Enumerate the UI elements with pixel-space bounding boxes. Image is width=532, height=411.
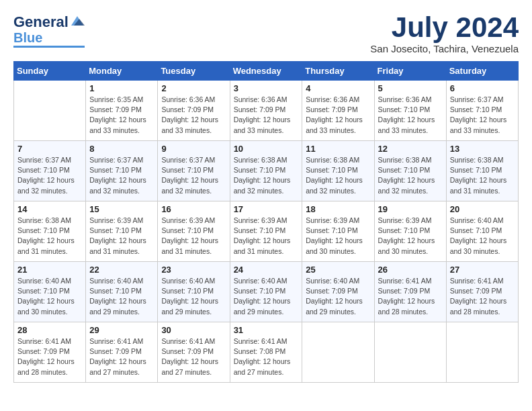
day-number: 24 (234, 265, 299, 275)
calendar-week-row: 7Sunrise: 6:37 AM Sunset: 7:10 PM Daylig… (14, 141, 519, 201)
calendar-cell (374, 322, 446, 383)
day-info: Sunrise: 6:41 AM Sunset: 7:09 PM Dayligh… (161, 336, 226, 377)
logo-text-blue: Blue (13, 31, 42, 44)
calendar-week-row: 21Sunrise: 6:40 AM Sunset: 7:10 PM Dayli… (14, 262, 519, 322)
day-info: Sunrise: 6:36 AM Sunset: 7:09 PM Dayligh… (161, 95, 226, 136)
calendar-cell (14, 81, 86, 141)
calendar-cell: 20Sunrise: 6:40 AM Sunset: 7:10 PM Dayli… (446, 201, 518, 262)
day-info: Sunrise: 6:40 AM Sunset: 7:09 PM Dayligh… (306, 276, 370, 317)
logo: General Blue (13, 13, 85, 48)
calendar-cell: 6Sunrise: 6:37 AM Sunset: 7:10 PM Daylig… (446, 81, 518, 141)
header-thursday: Thursday (302, 62, 374, 81)
day-number: 12 (378, 144, 443, 154)
day-info: Sunrise: 6:36 AM Sunset: 7:09 PM Dayligh… (306, 95, 370, 136)
day-number: 13 (450, 144, 515, 154)
day-info: Sunrise: 6:40 AM Sunset: 7:10 PM Dayligh… (89, 276, 154, 317)
calendar-header-row: Sunday Monday Tuesday Wednesday Thursday… (14, 62, 519, 81)
day-number: 22 (89, 265, 154, 275)
day-info: Sunrise: 6:38 AM Sunset: 7:10 PM Dayligh… (450, 155, 515, 196)
day-number: 9 (161, 144, 226, 154)
day-number: 29 (89, 325, 154, 335)
day-number: 6 (450, 83, 515, 93)
calendar-cell: 26Sunrise: 6:41 AM Sunset: 7:09 PM Dayli… (374, 262, 446, 322)
header-tuesday: Tuesday (158, 62, 230, 81)
day-info: Sunrise: 6:39 AM Sunset: 7:10 PM Dayligh… (234, 216, 299, 257)
day-info: Sunrise: 6:37 AM Sunset: 7:10 PM Dayligh… (450, 95, 515, 136)
day-info: Sunrise: 6:39 AM Sunset: 7:10 PM Dayligh… (378, 216, 443, 257)
header-wednesday: Wednesday (230, 62, 302, 81)
day-info: Sunrise: 6:41 AM Sunset: 7:09 PM Dayligh… (17, 336, 82, 377)
day-info: Sunrise: 6:39 AM Sunset: 7:10 PM Dayligh… (89, 216, 154, 257)
logo-icon (70, 13, 85, 28)
calendar-cell: 10Sunrise: 6:38 AM Sunset: 7:10 PM Dayli… (230, 141, 302, 201)
header-sunday: Sunday (14, 62, 86, 81)
location: San Josecito, Tachira, Venezuela (370, 43, 519, 54)
day-info: Sunrise: 6:38 AM Sunset: 7:10 PM Dayligh… (378, 155, 443, 196)
calendar-cell: 16Sunrise: 6:39 AM Sunset: 7:10 PM Dayli… (158, 201, 230, 262)
day-info: Sunrise: 6:41 AM Sunset: 7:09 PM Dayligh… (378, 276, 443, 317)
day-info: Sunrise: 6:35 AM Sunset: 7:09 PM Dayligh… (89, 95, 154, 136)
day-number: 26 (378, 265, 443, 275)
day-number: 27 (450, 265, 515, 275)
header-saturday: Saturday (446, 62, 518, 81)
day-info: Sunrise: 6:40 AM Sunset: 7:10 PM Dayligh… (161, 276, 226, 317)
calendar-cell: 21Sunrise: 6:40 AM Sunset: 7:10 PM Dayli… (14, 262, 86, 322)
day-info: Sunrise: 6:40 AM Sunset: 7:10 PM Dayligh… (234, 276, 299, 317)
day-info: Sunrise: 6:36 AM Sunset: 7:09 PM Dayligh… (234, 95, 299, 136)
calendar-cell: 24Sunrise: 6:40 AM Sunset: 7:10 PM Dayli… (230, 262, 302, 322)
day-number: 11 (306, 144, 370, 154)
header-friday: Friday (374, 62, 446, 81)
calendar-cell (446, 322, 518, 383)
calendar-cell: 1Sunrise: 6:35 AM Sunset: 7:09 PM Daylig… (86, 81, 158, 141)
title-block: July 2024 San Josecito, Tachira, Venezue… (370, 13, 519, 54)
day-number: 23 (161, 265, 226, 275)
calendar-cell: 25Sunrise: 6:40 AM Sunset: 7:09 PM Dayli… (302, 262, 374, 322)
day-number: 10 (234, 144, 299, 154)
day-info: Sunrise: 6:37 AM Sunset: 7:10 PM Dayligh… (17, 155, 82, 196)
day-number: 31 (234, 325, 299, 335)
day-number: 1 (89, 83, 154, 93)
day-info: Sunrise: 6:41 AM Sunset: 7:09 PM Dayligh… (450, 276, 515, 317)
calendar-cell: 12Sunrise: 6:38 AM Sunset: 7:10 PM Dayli… (374, 141, 446, 201)
calendar-cell: 7Sunrise: 6:37 AM Sunset: 7:10 PM Daylig… (14, 141, 86, 201)
calendar-cell (302, 322, 374, 383)
day-number: 19 (378, 204, 443, 214)
calendar-cell: 22Sunrise: 6:40 AM Sunset: 7:10 PM Dayli… (86, 262, 158, 322)
day-number: 2 (161, 83, 226, 93)
day-number: 28 (17, 325, 82, 335)
day-info: Sunrise: 6:38 AM Sunset: 7:10 PM Dayligh… (17, 216, 82, 257)
day-number: 14 (17, 204, 82, 214)
calendar-cell: 15Sunrise: 6:39 AM Sunset: 7:10 PM Dayli… (86, 201, 158, 262)
day-number: 7 (17, 144, 82, 154)
day-info: Sunrise: 6:39 AM Sunset: 7:10 PM Dayligh… (306, 216, 370, 257)
calendar-cell: 17Sunrise: 6:39 AM Sunset: 7:10 PM Dayli… (230, 201, 302, 262)
calendar-cell: 23Sunrise: 6:40 AM Sunset: 7:10 PM Dayli… (158, 262, 230, 322)
calendar-cell: 29Sunrise: 6:41 AM Sunset: 7:09 PM Dayli… (86, 322, 158, 383)
calendar-cell: 9Sunrise: 6:37 AM Sunset: 7:10 PM Daylig… (158, 141, 230, 201)
day-number: 18 (306, 204, 370, 214)
day-info: Sunrise: 6:41 AM Sunset: 7:09 PM Dayligh… (89, 336, 154, 377)
calendar-cell: 13Sunrise: 6:38 AM Sunset: 7:10 PM Dayli… (446, 141, 518, 201)
calendar-cell: 31Sunrise: 6:41 AM Sunset: 7:08 PM Dayli… (230, 322, 302, 383)
day-number: 8 (89, 144, 154, 154)
day-info: Sunrise: 6:40 AM Sunset: 7:10 PM Dayligh… (17, 276, 82, 317)
logo-text-general: General (13, 15, 69, 30)
day-info: Sunrise: 6:37 AM Sunset: 7:10 PM Dayligh… (161, 155, 226, 196)
calendar-cell: 8Sunrise: 6:37 AM Sunset: 7:10 PM Daylig… (86, 141, 158, 201)
calendar-cell: 5Sunrise: 6:36 AM Sunset: 7:10 PM Daylig… (374, 81, 446, 141)
calendar-week-row: 28Sunrise: 6:41 AM Sunset: 7:09 PM Dayli… (14, 322, 519, 383)
day-info: Sunrise: 6:40 AM Sunset: 7:10 PM Dayligh… (450, 216, 515, 257)
calendar-week-row: 1Sunrise: 6:35 AM Sunset: 7:09 PM Daylig… (14, 81, 519, 141)
day-number: 4 (306, 83, 370, 93)
day-info: Sunrise: 6:38 AM Sunset: 7:10 PM Dayligh… (306, 155, 370, 196)
day-info: Sunrise: 6:41 AM Sunset: 7:08 PM Dayligh… (234, 336, 299, 377)
day-info: Sunrise: 6:36 AM Sunset: 7:10 PM Dayligh… (378, 95, 443, 136)
calendar-cell: 30Sunrise: 6:41 AM Sunset: 7:09 PM Dayli… (158, 322, 230, 383)
calendar-week-row: 14Sunrise: 6:38 AM Sunset: 7:10 PM Dayli… (14, 201, 519, 262)
calendar-cell: 27Sunrise: 6:41 AM Sunset: 7:09 PM Dayli… (446, 262, 518, 322)
day-number: 21 (17, 265, 82, 275)
calendar-cell: 11Sunrise: 6:38 AM Sunset: 7:10 PM Dayli… (302, 141, 374, 201)
logo-underline (13, 46, 85, 48)
day-number: 25 (306, 265, 370, 275)
day-info: Sunrise: 6:39 AM Sunset: 7:10 PM Dayligh… (161, 216, 226, 257)
